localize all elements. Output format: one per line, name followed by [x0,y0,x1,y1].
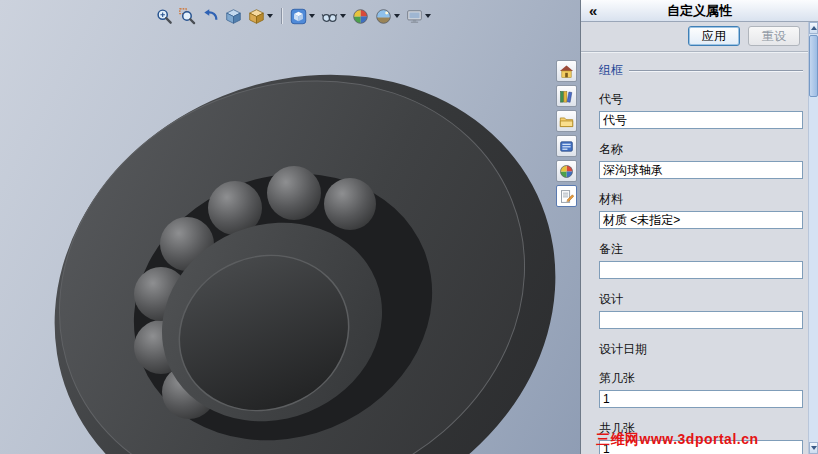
arrow-up-icon [811,26,817,30]
display-style-button[interactable] [288,5,317,27]
custom-properties-icon [559,189,574,204]
field-designer: 设计 [599,291,803,329]
search-icon [559,139,574,154]
panel-button-row: 应用 重设 [581,22,808,52]
zoom-to-fit-button[interactable] [154,5,175,27]
code-input[interactable] [599,111,803,129]
field-label-name: 名称 [599,141,803,158]
bearing-model[interactable] [0,0,580,454]
tab-appearances-scenes[interactable] [556,160,577,182]
file-explorer-icon [559,114,574,129]
view-orientation-icon [248,8,265,25]
name-input[interactable] [599,161,803,179]
tab-design-library[interactable] [556,85,577,107]
dropdown-arrow-icon [425,14,431,18]
tab-solidworks-resources[interactable] [556,60,577,82]
dropdown-arrow-icon [340,14,346,18]
reset-button[interactable]: 重设 [748,26,800,46]
watermark: 三维网www.3dportal.cn [596,431,759,449]
toolbar-separator [281,8,282,24]
panel-body: 应用 重设 组框 代号 名称 材料 [581,22,808,454]
tab-file-explorer[interactable] [556,110,577,132]
edit-appearance-icon [352,8,369,25]
solidworks-resources-icon [559,64,574,79]
taskpane-tabs [556,60,577,207]
scroll-down-button[interactable] [809,442,818,454]
group-divider [629,70,803,72]
view-toolbar [154,5,433,27]
apply-button[interactable]: 应用 [688,26,740,46]
previous-view-button[interactable] [200,5,221,27]
designer-input[interactable] [599,311,803,329]
remarks-input[interactable] [599,261,803,279]
section-view-button[interactable] [223,5,244,27]
dropdown-arrow-icon [309,14,315,18]
group-box-header: 组框 [599,62,803,79]
field-label-remarks: 备注 [599,241,803,258]
view-orientation-button[interactable] [246,5,275,27]
display-style-icon [290,8,307,25]
hide-show-items-icon [321,8,338,25]
sheet-number-input[interactable] [599,390,803,408]
field-code: 代号 [599,91,803,129]
dropdown-arrow-icon [267,14,273,18]
field-name: 名称 [599,141,803,179]
properties-form: 组框 代号 名称 材料 备注 [581,52,808,454]
field-material: 材料 [599,191,803,229]
field-remarks: 备注 [599,241,803,279]
arrow-down-icon [811,446,817,450]
hide-show-items-button[interactable] [319,5,348,27]
solidworks-window: « 自定义属性 应用 重设 组框 代号 名称 [0,0,818,454]
custom-properties-panel: « 自定义属性 应用 重设 组框 代号 名称 [580,0,818,454]
field-label-designer: 设计 [599,291,803,308]
material-input[interactable] [599,211,803,229]
field-design-date: 设计日期 [599,341,803,358]
group-label: 组框 [599,62,623,79]
scroll-up-button[interactable] [809,22,818,34]
panel-header: « 自定义属性 [581,0,818,22]
scrollbar-thumb[interactable] [809,35,818,97]
field-label-material: 材料 [599,191,803,208]
view-settings-icon [406,8,423,25]
field-label-design-date: 设计日期 [599,341,803,358]
appearances-scenes-icon [559,164,574,179]
panel-scrollbar[interactable] [808,22,818,454]
apply-scene-icon [375,8,392,25]
zoom-to-area-button[interactable] [177,5,198,27]
tab-custom-properties[interactable] [556,185,577,207]
design-library-icon [559,89,574,104]
previous-view-icon [202,8,219,25]
field-label-sheet-number: 第几张 [599,370,803,387]
panel-title: 自定义属性 [581,2,818,20]
edit-appearance-button[interactable] [350,5,371,27]
field-sheet-number: 第几张 [599,370,803,408]
collapse-panel-button[interactable]: « [589,0,597,21]
zoom-to-area-icon [179,8,196,25]
view-settings-button[interactable] [404,5,433,27]
apply-scene-button[interactable] [373,5,402,27]
3d-viewport[interactable] [0,0,580,454]
tab-search[interactable] [556,135,577,157]
dropdown-arrow-icon [394,14,400,18]
field-label-code: 代号 [599,91,803,108]
section-view-icon [225,8,242,25]
zoom-to-fit-icon [156,8,173,25]
